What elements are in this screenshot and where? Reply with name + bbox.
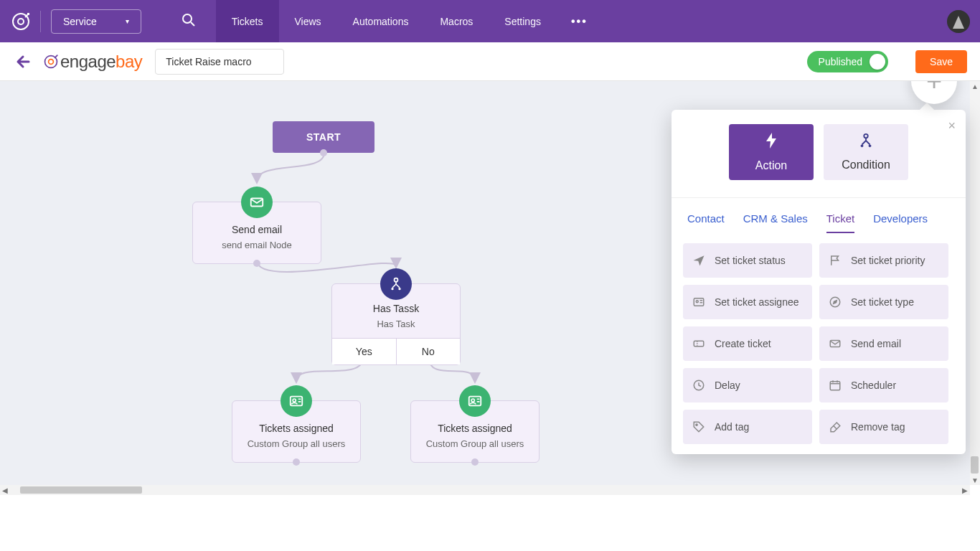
svg-point-15: [869, 145, 872, 148]
scroll-down-arrow-icon[interactable]: ▼: [970, 475, 980, 485]
id-card-icon: [459, 385, 491, 417]
action-label: Set ticket priority: [851, 255, 925, 266]
scroll-right-arrow-icon[interactable]: ▶: [960, 485, 970, 495]
nav-item-views[interactable]: Views: [279, 0, 337, 42]
decision-row: Yes No: [332, 338, 460, 364]
flow-node-send-email[interactable]: Send email send email Node: [192, 202, 321, 264]
flow-canvas[interactable]: START Send email send email Node Has Tas…: [0, 81, 980, 485]
calendar-icon: [828, 379, 842, 392]
nav-items: TicketsViewsAutomationsMacrosSettings: [216, 0, 557, 42]
action-remove-tag[interactable]: Remove tag: [819, 410, 948, 444]
mail-icon: [828, 337, 842, 350]
nav-item-settings[interactable]: Settings: [489, 0, 557, 42]
node-port[interactable]: [293, 458, 300, 466]
action-add-tag[interactable]: Add tag: [683, 410, 812, 444]
brand-logo: engagebay: [43, 52, 142, 72]
node-port[interactable]: [471, 458, 479, 466]
nav-item-tickets[interactable]: Tickets: [216, 0, 279, 42]
nav-item-automations[interactable]: Automations: [337, 0, 425, 42]
id-icon: [692, 296, 706, 309]
decision-no[interactable]: No: [397, 339, 461, 364]
node-port[interactable]: [320, 149, 327, 156]
save-button[interactable]: Save: [915, 50, 967, 73]
mail-icon: [241, 187, 273, 218]
action-send-email[interactable]: Send email: [819, 326, 948, 361]
plus-icon: +: [926, 81, 942, 97]
action-label: Scheduler: [851, 380, 896, 391]
sub-tab-crm-sales[interactable]: CRM & Sales: [743, 212, 808, 233]
nav-item-macros[interactable]: Macros: [424, 0, 489, 42]
flow-node-has-task[interactable]: Has Tassk Has Task Yes No: [331, 283, 461, 365]
action-label: Add tag: [715, 421, 749, 433]
popover-body: ContactCRM & SalesTicketDevelopers Set t…: [672, 198, 966, 454]
action-grid[interactable]: Set ticket statusSet ticket prioritySet …: [683, 243, 954, 444]
action-create-ticket[interactable]: Create ticket: [683, 326, 812, 361]
sub-tab-contact[interactable]: Contact: [687, 212, 725, 233]
macro-name-input[interactable]: [155, 49, 284, 75]
node-port[interactable]: [253, 260, 260, 267]
flow-node-assigned-no[interactable]: Tickets assigned Custom Group all users: [410, 400, 540, 463]
vertical-scrollbar[interactable]: ▲ ▼: [970, 81, 980, 485]
published-toggle-label: Published: [819, 56, 863, 67]
condition-icon: [380, 268, 412, 300]
svg-point-6: [395, 278, 398, 282]
top-navbar: Service ▾ TicketsViewsAutomationsMacrosS…: [0, 0, 980, 42]
ticket-icon: [692, 337, 706, 350]
plane-icon: [692, 254, 706, 267]
scroll-up-arrow-icon[interactable]: ▲: [970, 81, 980, 91]
svg-point-8: [398, 288, 400, 290]
popover-tab-action[interactable]: Action: [729, 124, 814, 180]
flow-start-label: START: [306, 131, 341, 143]
action-scheduler[interactable]: Scheduler: [819, 368, 948, 402]
branch-icon: [858, 133, 874, 153]
action-delay[interactable]: Delay: [683, 368, 812, 402]
scroll-thumb[interactable]: [20, 486, 142, 494]
clock-icon: [692, 379, 706, 392]
more-menu-icon[interactable]: •••: [557, 15, 602, 28]
add-node-button[interactable]: +: [911, 81, 957, 104]
scroll-track[interactable]: [10, 486, 960, 494]
action-label: Set ticket type: [851, 296, 914, 308]
toggle-knob: [870, 54, 885, 70]
svg-point-2: [183, 14, 192, 23]
popover-tab-condition-label: Condition: [842, 159, 890, 171]
sub-tab-ticket[interactable]: Ticket: [826, 212, 854, 233]
chevron-down-icon: ▾: [126, 17, 129, 25]
user-avatar[interactable]: [947, 10, 970, 33]
back-arrow-icon[interactable]: [13, 53, 30, 70]
popover-tab-condition[interactable]: Condition: [824, 124, 908, 180]
action-set-ticket-assignee[interactable]: Set ticket assignee: [683, 285, 812, 319]
published-toggle[interactable]: Published: [807, 51, 889, 72]
sub-tab-developers[interactable]: Developers: [873, 212, 928, 233]
node-subtitle: Has Task: [332, 319, 460, 338]
scroll-thumb[interactable]: [971, 456, 979, 474]
flow-node-assigned-yes[interactable]: Tickets assigned Custom Group all users: [232, 400, 361, 463]
svg-rect-19: [694, 341, 704, 347]
action-set-ticket-type[interactable]: Set ticket type: [819, 285, 948, 319]
eraser-icon: [828, 420, 842, 433]
horizontal-scrollbar[interactable]: ◀ ▶: [0, 485, 970, 495]
action-set-ticket-priority[interactable]: Set ticket priority: [819, 243, 948, 278]
svg-point-23: [696, 424, 697, 425]
app-logo-icon[interactable]: [10, 11, 32, 32]
action-label: Send email: [851, 338, 901, 349]
decision-yes[interactable]: Yes: [332, 339, 397, 364]
bolt-icon: [764, 132, 778, 154]
scroll-left-arrow-icon[interactable]: ◀: [0, 485, 10, 495]
action-label: Set ticket assignee: [715, 296, 799, 308]
service-dropdown-label: Service: [63, 16, 97, 27]
id-card-icon: [281, 385, 312, 417]
action-label: Delay: [715, 380, 740, 391]
service-dropdown[interactable]: Service ▾: [51, 9, 141, 34]
scroll-track[interactable]: [970, 91, 980, 475]
sub-header: engagebay Published Save: [0, 42, 980, 81]
search-icon[interactable]: [182, 13, 196, 30]
svg-point-14: [861, 145, 864, 148]
svg-point-12: [471, 399, 474, 402]
svg-point-13: [864, 134, 868, 138]
popover-header: Action Condition: [672, 110, 966, 198]
add-node-popover: × Action Condition ContactCRM & SalesTic…: [672, 110, 966, 454]
action-set-ticket-status[interactable]: Set ticket status: [683, 243, 812, 278]
flow-start-node[interactable]: START: [273, 121, 374, 153]
popover-tab-action-label: Action: [755, 159, 787, 172]
